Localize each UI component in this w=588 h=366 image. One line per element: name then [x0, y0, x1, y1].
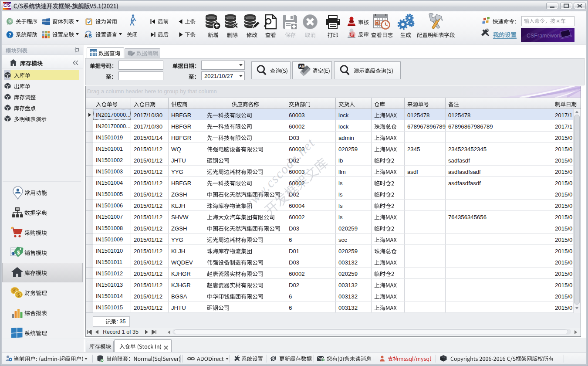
- svg-text:?: ?: [8, 32, 11, 37]
- svg-text:CSFramework: CSFramework: [527, 33, 562, 39]
- svg-text:B: B: [88, 33, 92, 38]
- svg-text:Aa: Aa: [299, 64, 304, 68]
- svg-text:C/S: C/S: [3, 3, 11, 8]
- svg-text:$: $: [17, 250, 20, 256]
- svg-text:$: $: [17, 292, 20, 298]
- svg-text:A: A: [84, 33, 88, 38]
- svg-text:?: ?: [9, 20, 11, 24]
